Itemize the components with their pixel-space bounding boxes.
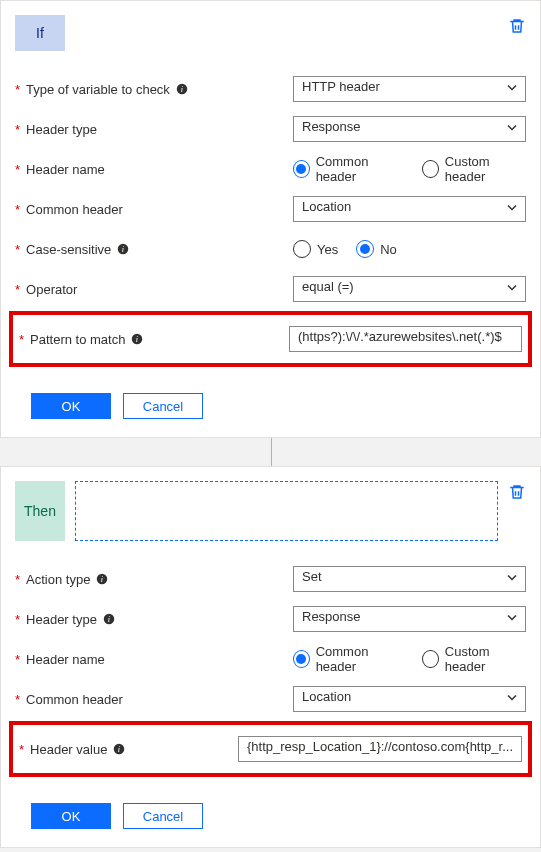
radio-no[interactable]: No (356, 240, 397, 258)
cancel-button-2[interactable]: Cancel (123, 803, 203, 829)
row-header-type: * Header type Response (15, 109, 526, 149)
common-header-select-2[interactable]: Location (293, 686, 526, 712)
button-label: OK (62, 809, 81, 824)
connector-line (271, 438, 272, 466)
label-header-type: * Header type (15, 122, 285, 137)
row-header-name: * Header name Common header Custom heade… (15, 149, 526, 189)
radio-icon (293, 160, 310, 178)
row-pattern: * Pattern to match i (https?):\/\/.*azur… (19, 319, 522, 359)
action-type-select[interactable]: Set (293, 566, 526, 592)
delete-button[interactable] (508, 17, 526, 37)
cancel-button[interactable]: Cancel (123, 393, 203, 419)
label-common-header-2: * Common header (15, 692, 285, 707)
radio-label: Common header (316, 644, 405, 674)
radio-icon (293, 240, 311, 258)
label-text: Header type (26, 122, 97, 137)
then-header-row: Then (15, 481, 526, 541)
row-operator: * Operator equal (=) (15, 269, 526, 309)
label-text: Header type (26, 612, 97, 627)
required-marker: * (15, 652, 20, 667)
type-of-variable-select[interactable]: HTTP header (293, 76, 526, 102)
highlight-header-value-row: * Header value i {http_resp_Location_1}:… (9, 721, 532, 777)
required-marker: * (19, 742, 24, 757)
button-label: OK (62, 399, 81, 414)
row-header-type-2: * Header type i Response (15, 599, 526, 639)
radio-common-header[interactable]: Common header (293, 154, 404, 184)
select-value: Location (293, 196, 526, 222)
row-header-value: * Header value i {http_resp_Location_1}:… (19, 729, 522, 769)
required-marker: * (15, 242, 20, 257)
required-marker: * (15, 202, 20, 217)
info-icon[interactable]: i (96, 573, 108, 585)
label-type-of-variable: * Type of variable to check i (15, 82, 285, 97)
required-marker: * (15, 282, 20, 297)
info-icon[interactable]: i (131, 333, 143, 345)
radio-label: Common header (316, 154, 405, 184)
select-value: Set (293, 566, 526, 592)
row-common-header-2: * Common header Location (15, 679, 526, 719)
required-marker: * (15, 122, 20, 137)
if-header-row: If (15, 15, 526, 51)
label-header-name: * Header name (15, 162, 285, 177)
if-badge-label: If (36, 25, 44, 41)
info-icon[interactable]: i (117, 243, 129, 255)
ok-button[interactable]: OK (31, 393, 111, 419)
header-type-select-2[interactable]: Response (293, 606, 526, 632)
radio-custom-header-2[interactable]: Custom header (422, 644, 526, 674)
info-icon[interactable]: i (176, 83, 188, 95)
required-marker: * (15, 162, 20, 177)
info-icon[interactable]: i (103, 613, 115, 625)
radio-label: No (380, 242, 397, 257)
radio-yes[interactable]: Yes (293, 240, 338, 258)
required-marker: * (15, 612, 20, 627)
operator-select[interactable]: equal (=) (293, 276, 526, 302)
info-icon[interactable]: i (113, 743, 125, 755)
row-action-type: * Action type i Set (15, 559, 526, 599)
label-text: Common header (26, 202, 123, 217)
then-drop-area[interactable] (75, 481, 498, 541)
label-operator: * Operator (15, 282, 285, 297)
radio-custom-header[interactable]: Custom header (422, 154, 526, 184)
select-value: equal (=) (293, 276, 526, 302)
then-card: Then * Action type i Set * Header type (0, 466, 541, 848)
select-value: HTTP header (293, 76, 526, 102)
ok-button-2[interactable]: OK (31, 803, 111, 829)
pattern-input[interactable]: (https?):\/\/.*azurewebsites\.net(.*)$ (289, 326, 522, 352)
common-header-select[interactable]: Location (293, 196, 526, 222)
radio-icon (356, 240, 374, 258)
radio-icon (293, 650, 310, 668)
required-marker: * (15, 692, 20, 707)
radio-icon (422, 160, 439, 178)
label-common-header: * Common header (15, 202, 285, 217)
if-card: If * Type of variable to check i HTTP he… (0, 0, 541, 438)
label-text: Case-sensitive (26, 242, 111, 257)
row-header-name-2: * Header name Common header Custom heade… (15, 639, 526, 679)
button-label: Cancel (143, 809, 183, 824)
required-marker: * (15, 572, 20, 587)
row-case-sensitive: * Case-sensitive i Yes No (15, 229, 526, 269)
label-case-sensitive: * Case-sensitive i (15, 242, 285, 257)
required-marker: * (15, 82, 20, 97)
select-value: Location (293, 686, 526, 712)
select-value: Response (293, 116, 526, 142)
then-badge-label: Then (24, 503, 56, 519)
label-header-type-2: * Header type i (15, 612, 285, 627)
connector-gap (0, 438, 541, 466)
label-text: Operator (26, 282, 77, 297)
label-text: Header value (30, 742, 107, 757)
button-label: Cancel (143, 399, 183, 414)
radio-icon (422, 650, 439, 668)
label-text: Action type (26, 572, 90, 587)
if-button-row: OK Cancel (31, 393, 526, 419)
label-pattern: * Pattern to match i (19, 332, 281, 347)
radio-common-header-2[interactable]: Common header (293, 644, 404, 674)
header-value-input[interactable]: {http_resp_Location_1}://contoso.com{htt… (238, 736, 522, 762)
label-text: Common header (26, 692, 123, 707)
header-type-select[interactable]: Response (293, 116, 526, 142)
row-common-header: * Common header Location (15, 189, 526, 229)
radio-label: Yes (317, 242, 338, 257)
radio-label: Custom header (445, 644, 526, 674)
then-badge: Then (15, 481, 65, 541)
radio-label: Custom header (445, 154, 526, 184)
delete-button[interactable] (508, 483, 526, 503)
